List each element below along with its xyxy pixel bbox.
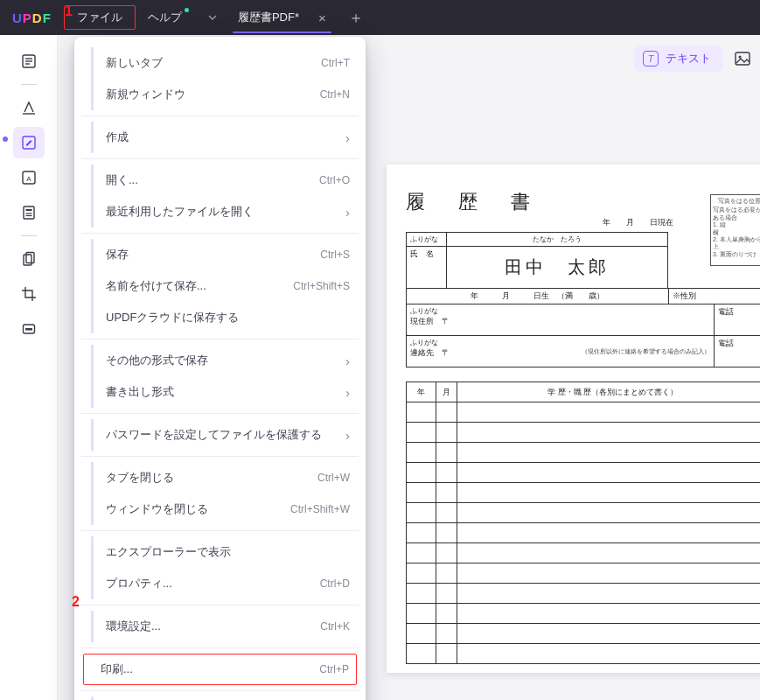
tab-dropdown-button[interactable] [201, 2, 224, 33]
active-indicator-icon [3, 136, 8, 142]
menu-create[interactable]: 作成 › [74, 122, 366, 153]
document-tab-title: 履歴書PDF* [238, 10, 299, 25]
chevron-right-icon: › [345, 130, 350, 145]
menu-save[interactable]: 保存 Ctrl+S [74, 239, 366, 270]
text-tool-label: テキスト [666, 51, 711, 66]
chevron-right-icon: › [345, 385, 350, 400]
svg-rect-0 [736, 52, 750, 65]
history-table: 年 月 学 歴・職 歴（各別にまとめて書く） [406, 382, 760, 664]
text-tool-button[interactable]: T テキスト [634, 46, 723, 72]
svg-rect-11 [25, 209, 31, 211]
app-logo: UPDF [12, 10, 52, 25]
svg-rect-10 [24, 206, 34, 219]
file-dropdown-menu: 新しいタブ Ctrl+T 新規ウィンドウ Ctrl+N 作成 › 開く... C… [74, 37, 366, 700]
rail-highlight-button[interactable] [13, 92, 45, 123]
close-tab-icon[interactable]: × [318, 10, 326, 25]
birth-table: 年 月 日生 （満 歳） ※性別 [406, 288, 760, 304]
chevron-right-icon: › [345, 428, 350, 443]
callout-2: 2 [72, 594, 80, 610]
title-bar: UPDF ファイル ヘルプ 履歴書PDF* × ＋ [0, 0, 760, 35]
resume-page: 写真をはる位置 写真をはる必要がある場合 1. 縦 横 2. 本人単身胸から上 … [387, 164, 760, 673]
menu-protect[interactable]: パスワードを設定してファイルを保護する › [74, 419, 366, 451]
left-tool-rail: A [0, 35, 58, 700]
menu-save-cloud[interactable]: UPDFクラウドに保存する [74, 302, 366, 333]
menu-help-label: ヘルプ [148, 10, 182, 24]
menu-new-tab[interactable]: 新しいタブ Ctrl+T [74, 47, 366, 79]
menu-quit[interactable]: UPDFを終了 Ctrl+Q [74, 696, 366, 700]
rail-redact-button[interactable] [13, 313, 45, 345]
menu-file[interactable]: ファイル [64, 5, 136, 30]
rail-organize-button[interactable] [13, 243, 45, 275]
menu-close-tab[interactable]: タブを閉じる Ctrl+W [74, 462, 366, 494]
rail-form-button[interactable] [13, 197, 45, 228]
rail-crop-button[interactable] [13, 278, 45, 310]
name-table: ふりがな たなか たろう 氏 名 田中 太郎 [406, 232, 668, 289]
tab-bar: 履歴書PDF* × ＋ [201, 0, 372, 35]
menu-open-recent[interactable]: 最近利用したファイルを開く › [74, 196, 366, 228]
svg-rect-14 [24, 255, 31, 265]
menu-file-label: ファイル [77, 10, 122, 24]
chevron-right-icon: › [345, 205, 350, 220]
menu-new-window[interactable]: 新規ウィンドウ Ctrl+N [74, 79, 366, 110]
top-right-tools: T テキスト [634, 46, 753, 72]
rail-edit-button[interactable] [13, 127, 45, 158]
text-tool-icon: T [643, 51, 659, 66]
svg-rect-15 [26, 253, 34, 263]
menu-print[interactable]: 印刷... Ctrl+P [83, 654, 357, 685]
callout-1: 1 [65, 4, 73, 19]
resume-date: 年 月 日現在 [406, 217, 760, 228]
svg-rect-17 [25, 328, 32, 331]
new-tab-button[interactable]: ＋ [340, 7, 372, 28]
address-table: ふりがな 現住所 〒 電話 ふりがな 連絡先 〒（現住所以外に連絡を希望する場合… [406, 304, 760, 368]
rail-ocr-button[interactable]: A [13, 162, 45, 193]
menu-preferences[interactable]: 環境設定... Ctrl+K [74, 611, 366, 642]
menu-open[interactable]: 開く... Ctrl+O [74, 164, 366, 196]
document-tab[interactable]: 履歴書PDF* × [224, 2, 340, 33]
menu-close-window[interactable]: ウィンドウを閉じる Ctrl+Shift+W [74, 494, 366, 525]
menu-show-explorer[interactable]: エクスプローラーで表示 [74, 536, 366, 568]
image-tool-button[interactable] [732, 48, 753, 69]
menu-properties[interactable]: プロパティ... Ctrl+D [74, 568, 366, 599]
menu-export[interactable]: 書き出し形式 › [74, 376, 366, 408]
notification-dot-icon [185, 8, 189, 12]
chevron-right-icon: › [345, 354, 350, 368]
resume-name: 田中 太郎 [505, 257, 610, 276]
rail-reader-button[interactable] [13, 46, 45, 77]
photo-placeholder: 写真をはる位置 写真をはる必要がある場合 1. 縦 横 2. 本人単身胸から上 … [710, 194, 760, 266]
svg-text:A: A [26, 175, 31, 183]
menu-help[interactable]: ヘルプ [136, 5, 194, 30]
resume-title: 履 歴 書 [406, 189, 760, 215]
menu-save-other[interactable]: その他の形式で保存 › [74, 345, 366, 376]
svg-point-1 [739, 56, 742, 59]
menu-save-as[interactable]: 名前を付けて保存... Ctrl+Shift+S [74, 270, 366, 302]
